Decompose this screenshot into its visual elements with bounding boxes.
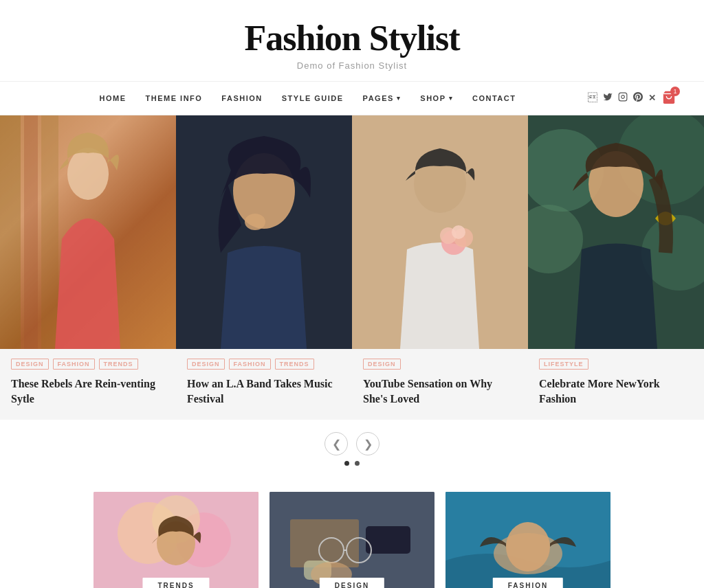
grid-card-fashion-image [446, 492, 610, 588]
nav-style-guide[interactable]: STYLE GUIDE [272, 82, 353, 115]
site-subtitle: Demo of Fashion Stylist [14, 60, 690, 71]
svg-rect-5 [24, 115, 38, 349]
card-3-title: YouTube Sensation on Why She's Loved [363, 376, 517, 406]
carousel-controls: ❮ ❯ [0, 420, 704, 471]
card-2-title: How an L.A Band Takes Music Festival [187, 376, 341, 406]
pages-chevron-icon: ▾ [397, 95, 402, 102]
bottom-section: TRENDS DESIGN [0, 471, 704, 588]
grid-card-trends-image [94, 492, 258, 588]
card-2-tags: DESIGN FASHION TRENDS [187, 359, 341, 370]
card-3-svg [352, 115, 528, 349]
card-1-image [0, 115, 176, 349]
pinterest-icon[interactable] [633, 92, 643, 104]
site-header: Fashion Stylist Demo of Fashion Stylist [0, 0, 704, 82]
grid-card-design[interactable]: DESIGN [270, 492, 434, 588]
card-4-title: Celebrate More NewYork Fashion [539, 376, 693, 406]
grid-card-fashion[interactable]: FASHION [446, 492, 610, 588]
grid-label-design: DESIGN [320, 578, 384, 588]
tag-design[interactable]: DESIGN [11, 359, 49, 370]
nav-shop[interactable]: SHOP ▾ [410, 82, 463, 115]
fashion-svg [446, 492, 610, 588]
shop-chevron-icon: ▾ [449, 95, 454, 102]
cart-count: 1 [670, 87, 680, 96]
cart-icon[interactable]: 1 [661, 90, 676, 107]
main-nav: HOME THEME INFO FASHION STYLE GUIDE PAGE… [0, 82, 704, 115]
card-4-image-wrap [528, 115, 704, 349]
svg-rect-4 [0, 115, 21, 349]
svg-point-11 [245, 214, 265, 230]
card-3-content: DESIGN YouTube Sensation on Why She's Lo… [352, 349, 528, 420]
tag-trends-2[interactable]: TRENDS [275, 359, 314, 370]
carousel-prev-button[interactable]: ❮ [324, 432, 348, 455]
tag-trends[interactable]: TRENDS [99, 359, 138, 370]
tag-fashion-2[interactable]: FASHION [229, 359, 271, 370]
tag-design-2[interactable]: DESIGN [187, 359, 225, 370]
card-2: DESIGN FASHION TRENDS How an L.A Band Ta… [176, 115, 352, 420]
facebook-icon[interactable]:  [588, 93, 597, 104]
card-3-tags: DESIGN [363, 359, 517, 370]
svg-point-41 [506, 522, 550, 572]
card-1-image-wrap [0, 115, 176, 349]
site-title: Fashion Stylist [14, 21, 690, 56]
nav-pages[interactable]: PAGES ▾ [353, 82, 411, 115]
nav-home[interactable]: HOME [90, 82, 136, 115]
nav-links: HOME THEME INFO FASHION STYLE GUIDE PAGE… [28, 82, 588, 115]
x-icon[interactable]: ✕ [648, 93, 656, 104]
svg-rect-6 [41, 115, 58, 349]
twitter-icon[interactable] [603, 92, 613, 104]
grid-card-design-image [270, 492, 434, 588]
tag-fashion[interactable]: FASHION [53, 359, 95, 370]
svg-point-18 [452, 225, 465, 239]
grid-label-trends: TRENDS [142, 578, 209, 588]
cards-row: DESIGN FASHION TRENDS These Rebels Are R… [0, 115, 704, 420]
prev-icon: ❮ [332, 438, 341, 451]
nav-theme-info[interactable]: THEME INFO [136, 82, 212, 115]
card-4-content: LIFESTYLE Celebrate More NewYork Fashion [528, 349, 704, 420]
card-3-image [352, 115, 528, 349]
card-4-svg [528, 115, 704, 349]
card-1-svg [0, 115, 176, 349]
nav-contact[interactable]: CONTACT [463, 82, 525, 115]
card-1-title: These Rebels Are Rein-venting Sytle [11, 376, 165, 406]
card-2-image-wrap [176, 115, 352, 349]
card-1-content: DESIGN FASHION TRENDS These Rebels Are R… [0, 349, 176, 420]
design-svg [270, 492, 434, 588]
carousel-section: DESIGN FASHION TRENDS These Rebels Are R… [0, 115, 704, 471]
card-2-image [176, 115, 352, 349]
card-1: DESIGN FASHION TRENDS These Rebels Are R… [0, 115, 176, 420]
trends-svg [94, 492, 258, 588]
instagram-icon[interactable] [618, 92, 628, 104]
nav-social:  ✕ 1 [588, 90, 676, 107]
grid-card-trends[interactable]: TRENDS [94, 492, 258, 588]
card-2-svg [176, 115, 352, 349]
next-icon: ❯ [364, 438, 373, 451]
tag-design-3[interactable]: DESIGN [363, 359, 401, 370]
nav-fashion[interactable]: FASHION [212, 82, 272, 115]
card-1-tags: DESIGN FASHION TRENDS [11, 359, 165, 370]
carousel-next-button[interactable]: ❯ [356, 432, 380, 455]
card-4: LIFESTYLE Celebrate More NewYork Fashion [528, 115, 704, 420]
tag-lifestyle[interactable]: LIFESTYLE [539, 359, 588, 370]
carousel-dots [0, 461, 704, 466]
svg-point-7 [67, 148, 109, 200]
svg-rect-0 [619, 93, 627, 101]
svg-rect-32 [366, 526, 410, 554]
grid-label-fashion: FASHION [493, 578, 563, 588]
card-3: DESIGN YouTube Sensation on Why She's Lo… [352, 115, 528, 420]
card-4-tags: LIFESTYLE [539, 359, 693, 370]
card-4-image [528, 115, 704, 349]
dot-1[interactable] [344, 461, 349, 466]
card-2-content: DESIGN FASHION TRENDS How an L.A Band Ta… [176, 349, 352, 420]
card-3-image-wrap [352, 115, 528, 349]
dot-2[interactable] [355, 461, 360, 466]
bottom-grid: TRENDS DESIGN [0, 471, 704, 588]
